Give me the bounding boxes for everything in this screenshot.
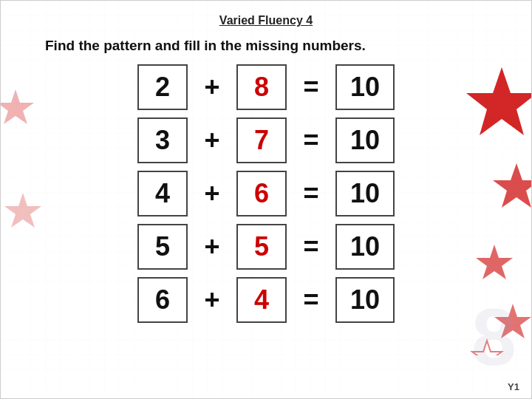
operator-3: + — [201, 178, 223, 209]
operator-2: + — [201, 125, 223, 156]
page-title: Varied Fluency 4 — [219, 14, 313, 27]
right-number-1: 8 — [236, 64, 287, 110]
equation-row-2: 3 + 7 = 10 — [137, 117, 395, 163]
result-4: 10 — [335, 224, 395, 270]
equals-3: = — [300, 178, 322, 209]
svg-marker-4 — [472, 341, 502, 355]
right-number-5: 4 — [236, 277, 287, 323]
equation-row-4: 5 + 5 = 10 — [137, 224, 395, 270]
instruction-container: Find the pattern and fill in the missing… — [1, 30, 531, 64]
equation-row-3: 4 + 6 = 10 — [137, 171, 395, 216]
operator-1: + — [201, 72, 223, 103]
result-1: 10 — [335, 64, 395, 110]
operator-5: + — [201, 284, 223, 316]
equations-container: 2 + 8 = 10 3 + 7 = 10 — [1, 64, 531, 323]
equals-4: = — [300, 231, 322, 262]
result-3: 10 — [335, 171, 395, 216]
equals-1: = — [300, 72, 322, 103]
page: 8 Varied Fluency 4 Find the pattern and … — [0, 0, 532, 399]
left-number-1: 2 — [137, 64, 188, 110]
equals-2: = — [300, 125, 322, 156]
operator-4: + — [201, 231, 223, 262]
year-label: Y1 — [508, 381, 519, 392]
instruction-text: Find the pattern and fill in the missing… — [45, 38, 366, 53]
result-5: 10 — [335, 277, 395, 323]
left-number-4: 5 — [137, 224, 188, 270]
left-number-2: 3 — [137, 117, 188, 163]
right-number-3: 6 — [236, 171, 287, 216]
equation-row-5: 6 + 4 = 10 — [137, 277, 395, 323]
result-2: 10 — [335, 117, 395, 163]
right-number-2: 7 — [236, 117, 287, 163]
equals-5: = — [300, 284, 322, 316]
equation-row-1: 2 + 8 = 10 — [137, 64, 395, 110]
title-bar: Varied Fluency 4 — [1, 1, 531, 30]
left-number-3: 4 — [137, 171, 188, 216]
right-number-4: 5 — [236, 224, 287, 270]
left-number-5: 6 — [137, 277, 188, 323]
